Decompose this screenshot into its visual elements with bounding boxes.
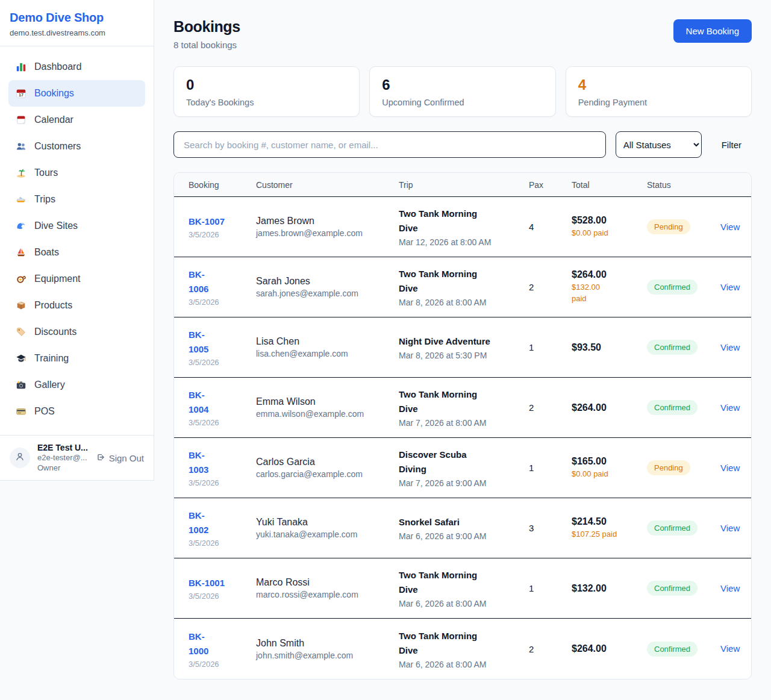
status-badge: Confirmed <box>647 400 698 415</box>
booking-id-link[interactable]: BK-1001 <box>189 576 256 590</box>
sidebar-item-label: Bookings <box>34 88 74 99</box>
sidebar-nav: Dashboard17BookingsCalendarCustomersTour… <box>0 46 154 432</box>
status-cell: Confirmed <box>647 642 720 657</box>
view-link[interactable]: View <box>720 523 740 533</box>
customer-name: Sarah Jones <box>256 276 399 287</box>
total-amount: $264.00 <box>572 643 647 654</box>
booking-cell: BK- 1002 3/5/2026 <box>189 508 256 548</box>
status-badge: Confirmed <box>647 520 698 536</box>
view-link[interactable]: View <box>720 222 740 232</box>
filter-button[interactable]: Filter <box>711 140 752 150</box>
dive-mask-icon <box>16 273 27 284</box>
customer-cell: James Brown james.brown@example.com <box>256 216 399 238</box>
booking-id-link[interactable]: BK- 1003 <box>189 448 256 477</box>
sidebar-item-dive-sites[interactable]: Dive Sites <box>8 213 145 239</box>
pax-value: 1 <box>529 463 572 473</box>
booking-date: 3/5/2026 <box>189 358 256 367</box>
sidebar-item-calendar[interactable]: Calendar <box>8 107 145 133</box>
pax-value: 2 <box>529 282 572 292</box>
booking-cell: BK- 1006 3/5/2026 <box>189 267 256 307</box>
trip-cell: Discover Scuba Diving Mar 7, 2026 at 9:0… <box>399 448 529 488</box>
sign-out-button[interactable]: Sign Out <box>96 452 144 464</box>
stat-card-pending-payment: 4 Pending Payment <box>566 66 752 117</box>
total-cell: $264.00 <box>572 402 647 413</box>
sidebar-item-gallery[interactable]: Gallery <box>8 372 145 398</box>
booking-id-link[interactable]: BK- 1002 <box>189 508 256 537</box>
page-title: Bookings <box>173 18 240 36</box>
sidebar-item-dashboard[interactable]: Dashboard <box>8 54 145 80</box>
stat-value: 4 <box>578 76 739 94</box>
sidebar-item-training[interactable]: Training <box>8 345 145 372</box>
status-badge: Pending <box>647 219 690 234</box>
booking-id-link[interactable]: BK- 1006 <box>189 267 256 296</box>
trip-datetime: Mar 6, 2026 at 9:00 AM <box>399 531 511 541</box>
view-link[interactable]: View <box>720 463 740 473</box>
trip-datetime: Mar 8, 2026 at 8:00 AM <box>399 298 511 307</box>
sidebar-item-label: Products <box>34 300 72 311</box>
page-header: Bookings 8 total bookings New Booking <box>173 18 752 50</box>
tear-calendar-icon <box>16 114 27 125</box>
sidebar-item-boats[interactable]: Boats <box>8 239 145 266</box>
sidebar-item-label: Tours <box>34 167 58 178</box>
new-booking-button[interactable]: New Booking <box>673 19 752 43</box>
pax-value: 2 <box>529 402 572 413</box>
trip-cell: Snorkel Safari Mar 6, 2026 at 9:00 AM <box>399 515 529 541</box>
sidebar-item-label: Boats <box>34 247 59 258</box>
customer-email: john.smith@example.com <box>256 651 399 660</box>
table-row: BK- 1005 3/5/2026 Lisa Chen lisa.chen@ex… <box>174 317 751 378</box>
view-link[interactable]: View <box>720 402 740 413</box>
trip-name: Night Dive Adventure <box>399 334 511 349</box>
sidebar-item-equipment[interactable]: Equipment <box>8 266 145 292</box>
trip-name: Two Tank Morning Dive <box>399 387 511 416</box>
sidebar-item-label: Customers <box>34 141 81 152</box>
trip-cell: Night Dive Adventure Mar 8, 2026 at 5:30… <box>399 334 529 360</box>
trip-name: Two Tank Morning Dive <box>399 568 511 597</box>
column-header-booking: Booking <box>189 180 256 190</box>
customer-email: marco.rossi@example.com <box>256 590 399 599</box>
customer-name: Yuki Tanaka <box>256 517 399 528</box>
user-role: Owner <box>37 463 89 473</box>
column-header-pax: Pax <box>529 180 572 190</box>
sidebar: Demo Dive Shop demo.test.divestreams.com… <box>0 0 154 481</box>
status-badge: Confirmed <box>647 340 698 355</box>
sign-out-label: Sign Out <box>109 453 144 463</box>
table-row: BK- 1006 3/5/2026 Sarah Jones sarah.jone… <box>174 257 751 317</box>
view-link[interactable]: View <box>720 282 740 292</box>
booking-cell: BK- 1003 3/5/2026 <box>189 448 256 487</box>
status-select[interactable]: All Statuses <box>616 131 702 158</box>
booking-id-link[interactable]: BK- 1005 <box>189 328 256 357</box>
paid-amount: $0.00 paid <box>572 228 647 239</box>
booking-date: 3/5/2026 <box>189 298 256 307</box>
booking-date: 3/5/2026 <box>189 418 256 427</box>
search-input[interactable] <box>173 131 606 158</box>
trip-datetime: Mar 6, 2026 at 8:00 AM <box>399 660 511 669</box>
column-header-total: Total <box>572 180 647 190</box>
status-cell: Confirmed <box>647 340 720 355</box>
sidebar-item-tours[interactable]: Tours <box>8 160 145 186</box>
sidebar-item-customers[interactable]: Customers <box>8 133 145 160</box>
booking-id-link[interactable]: BK- 1004 <box>189 388 256 417</box>
customer-cell: Marco Rossi marco.rossi@example.com <box>256 577 399 599</box>
view-link[interactable]: View <box>720 342 740 352</box>
customer-email: carlos.garcia@example.com <box>256 469 399 479</box>
view-link[interactable]: View <box>720 643 740 654</box>
sidebar-item-bookings[interactable]: 17Bookings <box>8 80 145 107</box>
customer-name: Emma Wilson <box>256 396 399 407</box>
booking-cell: BK- 1000 3/5/2026 <box>189 630 256 669</box>
wave-icon <box>16 220 27 231</box>
status-cell: Confirmed <box>647 280 720 295</box>
sidebar-item-trips[interactable]: Trips <box>8 186 145 213</box>
graduation-cap-icon <box>16 353 27 364</box>
booking-id-link[interactable]: BK- 1000 <box>189 630 256 658</box>
sidebar-item-products[interactable]: Products <box>8 292 145 319</box>
tag-icon <box>16 327 27 337</box>
page-subtitle: 8 total bookings <box>173 40 240 50</box>
status-cell: Confirmed <box>647 581 720 596</box>
booking-id-link[interactable]: BK-1007 <box>189 214 256 229</box>
sidebar-item-discounts[interactable]: Discounts <box>8 319 145 345</box>
sidebar-item-pos[interactable]: POS <box>8 398 145 425</box>
user-email: e2e-tester@... <box>37 453 89 463</box>
view-link[interactable]: View <box>720 583 740 593</box>
people-icon <box>16 141 27 152</box>
table-body: BK-1007 3/5/2026 James Brown james.brown… <box>174 197 751 679</box>
